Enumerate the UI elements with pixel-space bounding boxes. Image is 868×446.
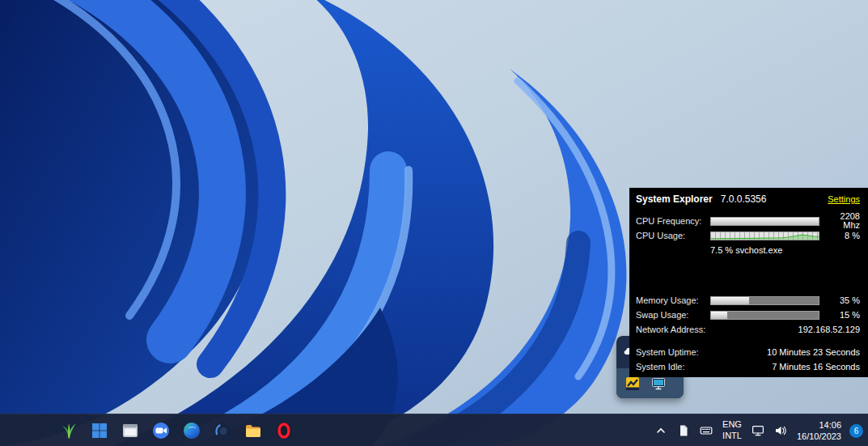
system-explorer-panel: System Explorer 7.0.0.5356 Settings CPU … xyxy=(629,188,868,377)
network-address-label: Network Address: xyxy=(636,325,710,334)
cpu-frequency-row: CPU Frequency: 2208 Mhz xyxy=(636,214,860,228)
panel-spacer xyxy=(636,257,860,293)
cpu-frequency-value: 2208 Mhz xyxy=(821,212,860,230)
cpu-top-process-row: 7.5 % svchost.exe xyxy=(636,243,860,257)
taskbar: ENG INTL 14:06 16/10/2023 6 xyxy=(0,414,868,446)
language-line2: INTL xyxy=(722,431,742,442)
edge-icon[interactable] xyxy=(181,420,202,441)
language-indicator[interactable]: ENG INTL xyxy=(721,418,743,444)
keyboard-icon[interactable] xyxy=(698,423,714,439)
clock-time: 14:06 xyxy=(819,419,841,431)
document-icon[interactable] xyxy=(675,423,692,439)
network-address-value: 192.168.52.129 xyxy=(710,325,860,334)
cpu-frequency-label: CPU Frequency: xyxy=(636,217,710,226)
speaker-icon[interactable] xyxy=(773,423,789,439)
app-window-icon[interactable] xyxy=(120,420,141,441)
chevron-up-icon[interactable] xyxy=(653,423,669,439)
swap-usage-row: Swap Usage: 15 % xyxy=(636,308,860,322)
memory-usage-bar xyxy=(710,296,819,305)
panel-version: 7.0.0.5356 xyxy=(721,194,767,204)
clock-date: 16/10/2023 xyxy=(797,431,841,442)
swap-usage-bar xyxy=(710,311,819,320)
memory-usage-row: Memory Usage: 35 % xyxy=(636,293,860,308)
swap-usage-label: Swap Usage: xyxy=(636,311,710,320)
system-uptime-label: System Uptime: xyxy=(636,348,710,357)
cpu-frequency-bar xyxy=(710,217,819,226)
swap-usage-value: 15 % xyxy=(821,311,860,320)
system-explorer-tray-icon[interactable] xyxy=(625,376,640,391)
cpu-usage-graph xyxy=(710,231,819,240)
folder-icon[interactable] xyxy=(243,420,264,441)
panel-header: System Explorer 7.0.0.5356 Settings xyxy=(636,194,860,210)
zoom-chat-icon[interactable] xyxy=(150,420,171,441)
memory-usage-value: 35 % xyxy=(821,296,860,305)
dark-browser-icon[interactable] xyxy=(212,420,233,441)
windows-start-icon[interactable] xyxy=(89,420,110,441)
taskbar-apps xyxy=(58,414,294,446)
panel-title: System Explorer xyxy=(636,194,713,204)
clock[interactable]: 14:06 16/10/2023 xyxy=(795,418,843,444)
system-idle-label: System Idle: xyxy=(636,363,710,372)
language-line1: ENG xyxy=(722,419,742,431)
system-idle-value: 7 Minutes 16 Seconds xyxy=(710,363,860,372)
panel-spacer xyxy=(636,337,860,345)
notification-badge[interactable]: 6 xyxy=(849,424,863,438)
cpu-usage-value: 8 % xyxy=(821,231,860,240)
monitor-tray-icon[interactable] xyxy=(651,376,666,391)
plant-app-icon[interactable] xyxy=(58,420,79,441)
desktop: System Explorer 7.0.0.5356 Settings CPU … xyxy=(0,0,868,446)
settings-link[interactable]: Settings xyxy=(828,195,860,204)
memory-usage-label: Memory Usage: xyxy=(636,296,710,305)
cpu-top-process: 7.5 % svchost.exe xyxy=(710,246,860,255)
system-tray: ENG INTL 14:06 16/10/2023 6 xyxy=(653,414,863,446)
cpu-usage-label: CPU Usage: xyxy=(636,231,710,240)
opera-icon[interactable] xyxy=(273,420,294,441)
network-monitor-icon[interactable] xyxy=(750,423,766,439)
system-idle-row: System Idle: 7 Minutes 16 Seconds xyxy=(636,359,860,374)
network-address-row: Network Address: 192.168.52.129 xyxy=(636,322,860,337)
system-uptime-value: 10 Minutes 23 Seconds xyxy=(710,348,860,357)
cpu-usage-row: CPU Usage: 8 % xyxy=(636,228,860,243)
system-uptime-row: System Uptime: 10 Minutes 23 Seconds xyxy=(636,345,860,359)
